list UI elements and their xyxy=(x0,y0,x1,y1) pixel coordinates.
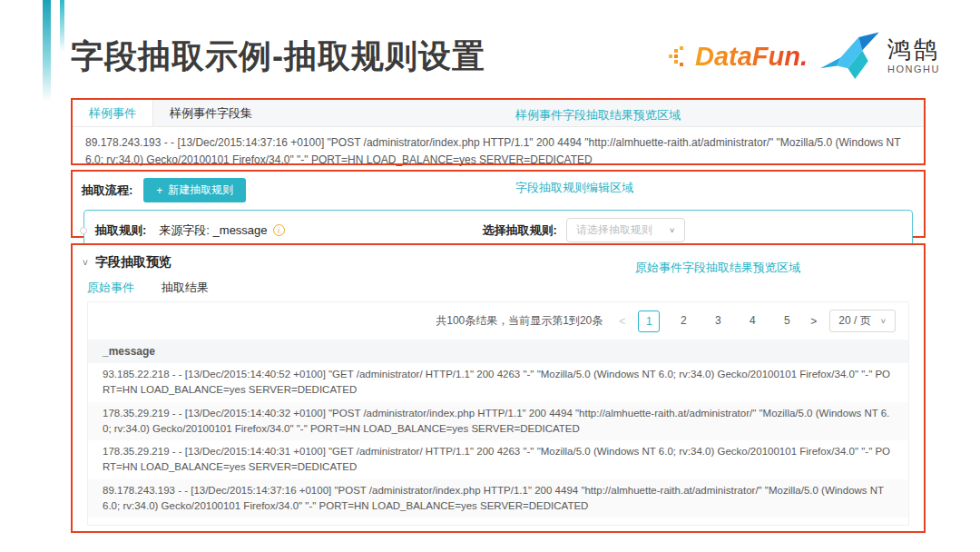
new-rule-button[interactable]: + 新建抽取规则 xyxy=(143,178,246,202)
tab-raw-events[interactable]: 原始事件 xyxy=(87,280,134,304)
prev-page-icon[interactable]: < xyxy=(619,315,625,328)
preview-header: ∨ 字段抽取预览 原始事件字段抽取结果预览区域 xyxy=(73,245,924,271)
sample-annotation-label: 样例事件字段抽取结果预览区域 xyxy=(515,107,681,123)
page-button-5[interactable]: 5 xyxy=(776,310,798,332)
page-button-3[interactable]: 3 xyxy=(707,310,729,332)
table-row: 178.35.29.219 - - [13/Dec/2015:14:40:31 … xyxy=(88,440,908,479)
logo-area: DataFun. 鸿鹄 HONGHU xyxy=(668,31,940,82)
preview-panel: 共100条结果，当前显示第1到20条 < 12345 > 20 / 页 ∨ _m… xyxy=(87,301,909,526)
rule-label: 抽取规则: xyxy=(95,222,146,239)
page-button-1[interactable]: 1 xyxy=(638,310,660,332)
honghu-en-label: HONGHU xyxy=(887,64,940,75)
tab-sample-event-fieldset[interactable]: 样例事件字段集 xyxy=(153,100,269,126)
next-page-icon[interactable]: > xyxy=(810,315,817,328)
new-rule-button-label: 新建抽取规则 xyxy=(168,182,233,198)
log-table-body: 93.185.22.218 - - [13/Dec/2015:14:40:52 … xyxy=(88,363,908,526)
page-title: 字段抽取示例-抽取规则设置 xyxy=(71,34,485,79)
pagination-pages: 12345 xyxy=(638,310,798,332)
rule-connector-dot xyxy=(80,227,87,234)
table-row: 89.178.243.193 - - [13/Dec/2015:14:37:16… xyxy=(88,479,908,518)
table-column-header: _message xyxy=(88,340,908,363)
decorative-teal-bar-small xyxy=(60,0,64,52)
tab-sample-event[interactable]: 样例事件 xyxy=(73,100,153,126)
page-size-value: 20 / 页 xyxy=(838,313,870,329)
preview-tabbar: 原始事件 抽取结果 xyxy=(87,280,924,304)
datafun-dots-icon xyxy=(668,44,691,68)
source-field-label: 来源字段: _message xyxy=(159,222,267,239)
preview-annotation-label: 原始事件字段抽取结果预览区域 xyxy=(635,260,800,276)
collapse-chevron-icon[interactable]: ∨ xyxy=(82,257,89,267)
rule-select-placeholder: 请选择抽取规则 xyxy=(576,222,652,238)
pagination-summary: 共100条结果，当前显示第1到20条 xyxy=(436,313,603,329)
honghu-logo-text: 鸿鹄 HONGHU xyxy=(887,38,940,75)
honghu-cn-label: 鸿鹄 xyxy=(887,38,940,63)
select-rule-label: 选择抽取规则: xyxy=(483,222,557,239)
honghu-logo: 鸿鹄 HONGHU xyxy=(820,31,940,82)
datafun-logo-text: DataFun. xyxy=(695,42,808,72)
plus-icon: + xyxy=(156,184,162,197)
pagination: 共100条结果，当前显示第1到20条 < 12345 > 20 / 页 ∨ xyxy=(88,302,908,340)
datafun-logo: DataFun. xyxy=(668,42,808,72)
info-icon[interactable]: i xyxy=(273,224,285,236)
table-row: 93.185.22.218 - - [13/Dec/2015:14:40:52 … xyxy=(88,363,908,402)
sample-event-tabbar: 样例事件 样例事件字段集 样例事件字段抽取结果预览区域 xyxy=(73,100,924,127)
page-button-2[interactable]: 2 xyxy=(672,310,694,332)
slide: 字段抽取示例-抽取规则设置 DataFun. 鸿鹄 HONGHU xyxy=(0,0,980,552)
sample-event-log-text: 89.178.243.193 - - [13/Dec/2015:14:37:16… xyxy=(73,127,924,175)
preview-annotation-box: ∨ 字段抽取预览 原始事件字段抽取结果预览区域 原始事件 抽取结果 共100条结… xyxy=(71,243,926,533)
decorative-teal-bar xyxy=(43,0,51,102)
page-size-select[interactable]: 20 / 页 ∨ xyxy=(829,310,896,332)
flow-row: 抽取流程: + 新建抽取规则 字段抽取规则编辑区域 xyxy=(73,172,924,202)
rule-select-dropdown[interactable]: 请选择抽取规则 ∨ xyxy=(566,218,685,242)
chevron-down-icon: ∨ xyxy=(669,226,675,234)
page-button-4[interactable]: 4 xyxy=(741,310,763,332)
flow-label: 抽取流程: xyxy=(82,182,132,199)
preview-title: 字段抽取预览 xyxy=(95,254,172,271)
table-row: 89.178.243.193 - - [13/Dec/2015:14:37:16… xyxy=(88,518,908,526)
chevron-down-icon: ∨ xyxy=(880,317,887,325)
table-row: 178.35.29.219 - - [13/Dec/2015:14:40:32 … xyxy=(88,402,908,441)
rule-editor-annotation-label: 字段抽取规则编辑区域 xyxy=(515,180,633,196)
honghu-bird-icon xyxy=(820,31,880,82)
tab-extraction-results[interactable]: 抽取结果 xyxy=(162,280,209,304)
rule-editor-annotation-box: 抽取流程: + 新建抽取规则 字段抽取规则编辑区域 抽取规则: 来源字段: _m… xyxy=(71,170,926,238)
sample-event-annotation-box: 样例事件 样例事件字段集 样例事件字段抽取结果预览区域 89.178.243.1… xyxy=(71,98,926,165)
